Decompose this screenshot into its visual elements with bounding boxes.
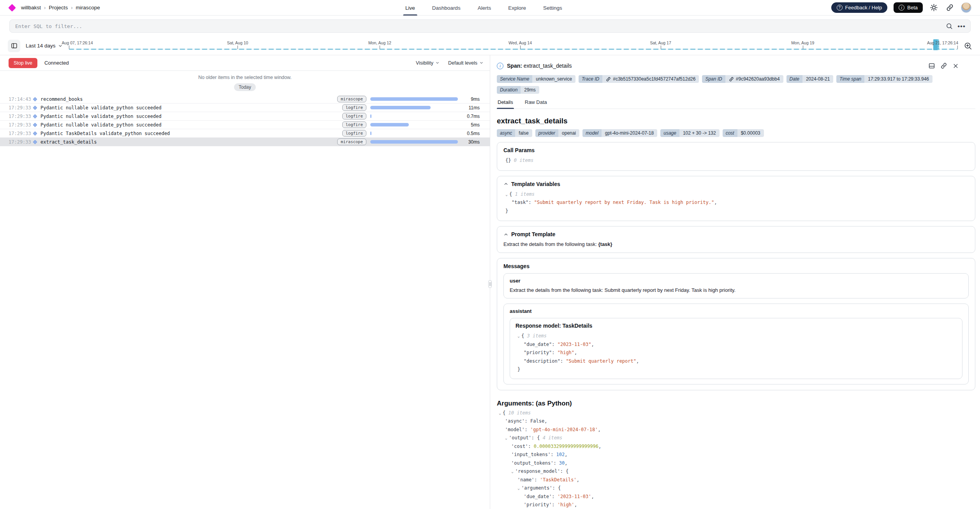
trace-duration-bar-track <box>370 114 458 118</box>
attr-badge-cost[interactable]: cost$0.00003 <box>723 129 764 137</box>
badge-value: openai <box>558 129 579 137</box>
share-link-button[interactable] <box>945 3 955 12</box>
nav-tab-alerts[interactable]: Alerts <box>478 0 491 16</box>
badge-label: Trace ID <box>579 75 602 83</box>
detail-tab-details[interactable]: Details <box>497 99 514 109</box>
user-avatar[interactable] <box>961 2 971 13</box>
meta-badge-date[interactable]: Date2024-08-21 <box>786 75 834 83</box>
zoom-in-button[interactable] <box>961 39 975 53</box>
badge-label: Span ID <box>702 75 725 83</box>
trace-row[interactable]: 17:29:33Pydantic nullable validate_pytho… <box>0 121 490 129</box>
info-icon: i <box>899 5 904 11</box>
span-detail-header: i Span: extract_task_details <box>497 60 975 72</box>
trace-name: Pydantic nullable validate_python succee… <box>40 122 342 128</box>
trace-row[interactable]: 17:29:33Pydantic nullable validate_pytho… <box>0 104 490 112</box>
feedback-help-button[interactable]: ? Feedback / Help <box>831 2 888 13</box>
messages-card: Messages user Extract the details from t… <box>497 258 975 390</box>
feedback-help-label: Feedback / Help <box>845 5 882 11</box>
trace-name: extract_task_details <box>40 139 337 145</box>
timeline[interactable]: Aug 07, 17:26:14Sat, Aug 10Mon, Aug 12We… <box>69 37 957 55</box>
timeline-tick-label: Mon, Aug 12 <box>368 40 391 45</box>
breadcrumb-item[interactable]: Projects <box>49 5 68 11</box>
breadcrumb-item[interactable]: willbakst <box>21 5 41 11</box>
live-panel: Stop live Connected Visibility Default l… <box>0 55 490 509</box>
trace-duration-bar <box>370 106 431 109</box>
chevron-up-icon[interactable] <box>503 232 508 237</box>
code-line: ⌄'output': { 4 items <box>497 434 975 442</box>
attr-badge-model[interactable]: modelgpt-4o-mini-2024-07-18 <box>582 129 657 137</box>
nav-tab-live[interactable]: Live <box>405 0 415 16</box>
meta-badge-service-name[interactable]: Service Nameunknown_service <box>497 75 575 83</box>
divider-grip-handle[interactable] <box>488 280 492 288</box>
sql-filter-input[interactable]: Enter SQL to filter... ••• <box>9 19 971 33</box>
trace-duration: 0.7ms <box>458 114 480 119</box>
trace-row[interactable]: 17:29:33Pydantic nullable validate_pytho… <box>0 112 490 121</box>
stop-live-button[interactable]: Stop live <box>9 58 37 68</box>
question-icon: ? <box>837 5 843 11</box>
trace-row[interactable]: 17:29:33Pydantic TaskDetails validate_py… <box>0 129 490 138</box>
timeline-tick-mark <box>380 46 380 49</box>
meta-badge-duration[interactable]: Duration29ms <box>497 86 539 94</box>
code-line: 'priority': 'high', <box>497 501 975 509</box>
sidebar-toggle-button[interactable] <box>8 40 20 52</box>
code-line: "task": "Submit quarterly report by next… <box>503 198 969 207</box>
live-panel-header: Stop live Connected Visibility Default l… <box>0 55 490 71</box>
attr-badge-usage[interactable]: usage102 + 30 -> 132 <box>660 129 719 137</box>
timeline-tick-mark <box>69 46 69 49</box>
logfire-logo-icon[interactable] <box>8 4 16 12</box>
span-name: extract_task_details <box>524 63 572 69</box>
chevron-down-icon <box>435 61 440 65</box>
breadcrumb-item[interactable]: mirascope <box>76 5 100 11</box>
topbar-actions: ? Feedback / Help i Beta <box>831 2 971 13</box>
nav-tab-settings[interactable]: Settings <box>543 0 562 16</box>
arguments-python: ⌄{ 10 items'async': False,'model': 'gpt-… <box>497 409 975 509</box>
nav-tab-dashboards[interactable]: Dashboards <box>432 0 461 16</box>
trace-duration: 5ms <box>458 122 480 128</box>
trace-time: 17:14:43 <box>9 97 33 102</box>
trace-duration-bar-track <box>370 132 458 135</box>
visibility-dropdown[interactable]: Visibility <box>416 60 440 66</box>
meta-badge-time-span[interactable]: Time span17:29:33.917 to 17:29:33.946 <box>836 75 932 83</box>
time-range-select[interactable]: Last 14 days <box>26 43 63 49</box>
more-options-icon[interactable]: ••• <box>957 23 966 30</box>
code-line: } <box>516 365 957 374</box>
trace-tag-badge: mirascope <box>337 96 366 102</box>
meta-badge-trace-id[interactable]: Trace ID#c3b5157330ea5c1fd4572747af512d2… <box>579 75 699 83</box>
meta-badge-span-id[interactable]: Span ID#9c942620aa93dbb4 <box>702 75 783 83</box>
messages-title: Messages <box>503 263 530 269</box>
timeline-tick-mark <box>520 46 521 49</box>
badge-label: async <box>497 129 515 137</box>
template-variables-title: Template Variables <box>511 181 560 187</box>
trace-duration-bar <box>370 97 458 101</box>
nav-tab-explore[interactable]: Explore <box>508 0 526 16</box>
attr-badge-provider[interactable]: provideropenai <box>535 129 579 137</box>
chevron-up-icon[interactable] <box>503 181 508 186</box>
panel-divider[interactable] <box>490 55 490 509</box>
trace-duration-bar-track <box>370 97 458 101</box>
code-line: 'input_tokens': 102, <box>497 451 975 459</box>
call-params-title: Call Params <box>503 147 535 153</box>
time-range-label: Last 14 days <box>26 43 56 49</box>
copy-link-icon[interactable] <box>940 62 947 69</box>
trace-duration-bar <box>370 123 409 126</box>
badge-value: $0.00003 <box>737 129 764 137</box>
timeline-dashed-track <box>69 49 957 50</box>
close-icon[interactable] <box>952 63 959 69</box>
trace-row[interactable]: 17:14:43recommend_booksmirascope9ms <box>0 95 490 104</box>
badge-label: Date <box>786 75 802 83</box>
default-levels-dropdown[interactable]: Default levels <box>448 60 484 66</box>
span-diamond-icon <box>33 105 37 110</box>
search-icon[interactable] <box>946 23 953 30</box>
attr-badge-async[interactable]: asyncfalse <box>497 129 532 137</box>
trace-row[interactable]: 17:29:33extract_task_detailsmirascope30m… <box>0 138 490 146</box>
detail-tab-raw-data[interactable]: Raw Data <box>524 99 548 109</box>
trace-duration-bar-track <box>370 106 458 109</box>
open-in-panel-icon[interactable] <box>928 62 935 69</box>
badge-value: #c3b5157330ea5c1fd4572747af512d26 <box>602 75 699 83</box>
theme-toggle-button[interactable] <box>929 3 939 12</box>
trace-time: 17:29:33 <box>9 114 33 119</box>
sun-icon <box>930 4 938 12</box>
span-diamond-icon <box>33 123 37 127</box>
beta-button[interactable]: i Beta <box>894 2 923 13</box>
trace-time: 17:29:33 <box>9 122 33 128</box>
